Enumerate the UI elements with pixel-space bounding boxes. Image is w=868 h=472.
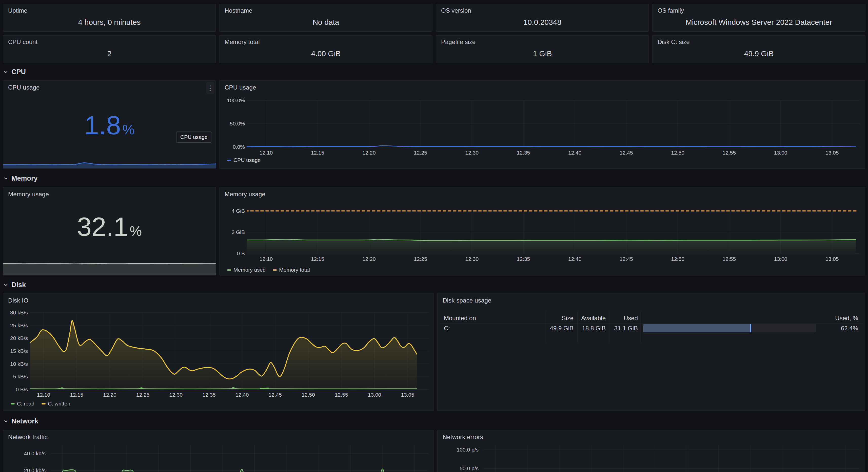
stat-label: Hostname	[225, 7, 252, 14]
table-header-divider	[440, 323, 862, 323]
y-axis-label: 25 kB/s	[10, 323, 28, 328]
section-header-memory[interactable]: Memory	[3, 174, 38, 182]
chevron-down-icon	[3, 418, 9, 424]
series-area	[30, 321, 417, 390]
y-axis-label: 20 kB/s	[10, 335, 28, 341]
legend-swatch	[11, 403, 15, 404]
x-axis-label: 13:05	[401, 392, 414, 398]
chevron-down-icon	[3, 69, 9, 75]
column-separator	[577, 311, 578, 342]
legend-item[interactable]: C: written	[41, 401, 70, 407]
panel-network-traffic: Network traffic 20.0 kb/s40.0 kb/s	[3, 430, 434, 472]
stat-panel-disk-c-size: Disk C: size 49.9 GiB	[652, 35, 865, 63]
used-bar-edge	[750, 324, 751, 332]
y-axis-label: 5 kB/s	[13, 374, 28, 379]
cpu-usage-sparkline	[3, 155, 216, 168]
chevron-down-icon	[3, 282, 9, 288]
x-axis-label: 12:30	[169, 392, 183, 398]
chart-legend: C: readC: written	[11, 401, 70, 407]
x-axis-label: 12:35	[517, 256, 530, 262]
network-errors-chart[interactable]: 50.0 p/s100.0 p/s	[438, 430, 865, 472]
x-axis-label: 12:20	[103, 392, 117, 398]
stat-panel-memory-total: Memory total 4.00 GiB	[219, 35, 432, 63]
legend-swatch	[227, 269, 231, 271]
column-header-size[interactable]: Size	[562, 315, 574, 322]
legend-label: Memory used	[234, 267, 266, 273]
x-axis-label: 12:10	[259, 256, 273, 262]
stat-value: 1 GiB	[436, 46, 649, 61]
x-axis-label: 12:25	[136, 392, 150, 398]
x-axis-label: 12:20	[362, 256, 376, 262]
x-axis-label: 12:20	[362, 150, 376, 156]
x-axis-label: 12:40	[236, 392, 249, 398]
column-header-used[interactable]: Used	[624, 315, 638, 322]
cell-used: 31.1 GiB	[614, 325, 638, 332]
column-header-available[interactable]: Available	[581, 315, 606, 322]
section-title: CPU	[11, 68, 26, 76]
column-header-used-pct[interactable]: Used, %	[835, 315, 858, 322]
memory-usage-chart[interactable]: 0 B2 GiB4 GiB12:1012:1512:2012:2512:3012…	[220, 187, 865, 276]
legend-item[interactable]: Memory total	[273, 267, 310, 273]
stat-label: OS family	[658, 7, 684, 14]
stat-panel-pagefile-size: Pagefile size 1 GiB	[436, 35, 649, 63]
x-axis-label: 12:25	[414, 150, 427, 156]
y-axis-label: 10 kB/s	[10, 361, 28, 367]
panel-cpu-usage-gauge: CPU usage ⋮ 1.8 % CPU usage	[3, 80, 216, 169]
column-separator	[545, 311, 546, 342]
panel-title[interactable]: Memory usage	[8, 191, 49, 198]
stat-value: 49.9 GiB	[653, 46, 865, 61]
stat-value: 4.00 GiB	[220, 46, 432, 61]
x-axis-label: 12:45	[620, 150, 633, 156]
section-header-cpu[interactable]: CPU	[3, 68, 26, 76]
x-axis-label: 12:45	[620, 256, 633, 262]
legend-swatch	[41, 403, 45, 404]
column-separator	[609, 311, 610, 342]
panel-disk-space-usage: Disk space usage Mounted on Size Availab…	[437, 293, 865, 411]
stat-value: 2	[3, 46, 216, 61]
stat-label: Memory total	[225, 38, 260, 45]
section-header-network[interactable]: Network	[3, 417, 38, 426]
section-header-disk[interactable]: Disk	[3, 280, 26, 289]
column-header-mounted-on[interactable]: Mounted on	[444, 315, 476, 322]
network-traffic-chart[interactable]: 20.0 kb/s40.0 kb/s	[3, 430, 434, 472]
series-line	[246, 146, 856, 147]
y-axis-label: 100.0%	[227, 97, 245, 103]
y-axis-label: 0 B/s	[16, 386, 28, 392]
disk-io-chart[interactable]: 0 B/s5 kB/s10 kB/s15 kB/s20 kB/s25 kB/s3…	[3, 294, 434, 411]
y-axis-label: 100.0 p/s	[457, 447, 478, 452]
legend-label: Memory total	[279, 267, 310, 273]
value-unit: %	[122, 122, 134, 137]
legend-item[interactable]: C: read	[11, 401, 34, 407]
y-axis-label: 30 kB/s	[10, 310, 28, 315]
panel-title[interactable]: CPU usage	[8, 84, 40, 91]
legend-item[interactable]: Memory used	[227, 267, 266, 273]
x-axis-label: 12:10	[37, 392, 51, 398]
used-bar-fill	[643, 324, 751, 332]
x-axis-label: 13:00	[774, 150, 787, 156]
chart-legend: CPU usage	[227, 157, 260, 163]
cell-available: 18.8 GiB	[582, 325, 606, 332]
memory-usage-value: 32.1 %	[3, 213, 216, 251]
legend-swatch	[273, 269, 277, 271]
stat-panel-cpu-count: CPU count 2	[3, 35, 216, 63]
panel-memory-usage-gauge: Memory usage 32.1 %	[3, 187, 216, 275]
panel-title[interactable]: Disk space usage	[443, 297, 492, 304]
stat-label: OS version	[441, 7, 471, 14]
x-axis-label: 12:50	[671, 150, 684, 156]
cpu-usage-chart[interactable]: 0.0%50.0%100.0%12:1012:1512:2012:2512:30…	[220, 80, 865, 169]
x-axis-label: 12:35	[202, 392, 216, 398]
panel-disk-io: Disk IO 0 B/s5 kB/s10 kB/s15 kB/s20 kB/s…	[3, 293, 434, 411]
memory-usage-sparkline	[3, 260, 216, 275]
x-axis-label: 12:45	[269, 392, 282, 398]
series-area	[246, 239, 856, 254]
panel-menu-kebab-icon[interactable]: ⋮	[206, 82, 214, 94]
stat-value: 4 hours, 0 minutes	[3, 15, 216, 29]
x-axis-label: 12:40	[568, 150, 582, 156]
legend-item[interactable]: CPU usage	[227, 157, 260, 163]
y-axis-label: 15 kB/s	[10, 348, 28, 354]
y-axis-label: 4 GiB	[231, 208, 245, 214]
value-number: 32.1	[77, 213, 128, 240]
panel-cpu-usage-chart: CPU usage 0.0%50.0%100.0%12:1012:1512:20…	[219, 80, 865, 169]
x-axis-label: 12:25	[414, 256, 427, 262]
grafana-dashboard: Uptime 4 hours, 0 minutes Hostname No da…	[0, 0, 868, 472]
